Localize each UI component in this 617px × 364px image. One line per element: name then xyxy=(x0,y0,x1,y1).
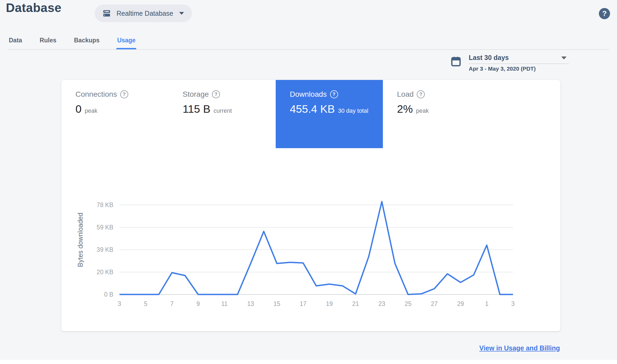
chevron-down-icon xyxy=(561,56,567,59)
help-circle-icon[interactable]: ? xyxy=(212,90,220,98)
chevron-down-icon xyxy=(179,12,184,15)
tab-backups[interactable]: Backups xyxy=(74,37,100,44)
x-axis-tick-label: 21 xyxy=(352,300,359,307)
metric-unit: 30 day total xyxy=(338,107,368,114)
metric-storage[interactable]: Storage ? 115 B current xyxy=(169,80,276,148)
y-axis-tick-label: 59 KB xyxy=(97,224,113,231)
metric-value: 0 xyxy=(75,103,82,115)
date-picker-underline xyxy=(469,63,569,64)
tab-rules[interactable]: Rules xyxy=(40,37,57,44)
metric-selector-row: Connections ? 0 peak Storage ? 115 B cur… xyxy=(61,80,490,148)
tab-bar: Data Rules Backups Usage xyxy=(9,37,153,44)
downloads-line xyxy=(119,202,513,295)
help-icon: ? xyxy=(602,10,607,18)
help-circle-icon[interactable]: ? xyxy=(120,90,128,98)
metric-value: 455.4 KB xyxy=(290,103,335,115)
usage-chart: 0 B20 KB39 KB59 KB78 KB35791113151719212… xyxy=(75,197,523,322)
metric-label: Downloads xyxy=(290,90,327,99)
tab-divider xyxy=(8,49,609,50)
metric-unit: current xyxy=(214,107,232,114)
help-circle-icon[interactable]: ? xyxy=(417,90,425,98)
x-axis-tick-label: 29 xyxy=(457,300,464,307)
database-icon xyxy=(102,8,112,18)
x-axis-tick-label: 13 xyxy=(247,300,254,307)
database-selector[interactable]: Realtime Database xyxy=(95,5,192,22)
database-selector-label: Realtime Database xyxy=(117,10,173,17)
usage-card: Connections ? 0 peak Storage ? 115 B cur… xyxy=(61,80,560,331)
x-axis-tick-label: 9 xyxy=(197,300,200,307)
x-axis-tick-label: 1 xyxy=(485,300,488,307)
x-axis-tick-label: 25 xyxy=(405,300,412,307)
page-title: Database xyxy=(6,1,62,15)
x-axis-tick-label: 23 xyxy=(378,300,385,307)
metric-value: 115 B xyxy=(183,103,210,115)
metric-unit: peak xyxy=(416,107,429,114)
x-axis-tick-label: 27 xyxy=(431,300,438,307)
view-usage-billing-link[interactable]: View in Usage and Billing xyxy=(479,344,560,352)
x-axis-tick-label: 3 xyxy=(511,300,515,307)
y-axis-tick-label: 78 KB xyxy=(97,201,113,208)
tab-usage[interactable]: Usage xyxy=(117,37,135,44)
date-range-detail: Apr 3 - May 3, 2020 (PDT) xyxy=(469,66,536,72)
x-axis-tick-label: 3 xyxy=(118,300,121,307)
help-circle-icon[interactable]: ? xyxy=(330,90,338,98)
metric-label: Connections xyxy=(75,90,117,99)
date-range-label: Last 30 days xyxy=(469,54,509,61)
x-axis-tick-label: 11 xyxy=(221,300,228,307)
metric-label: Storage xyxy=(183,90,209,99)
help-button[interactable]: ? xyxy=(599,8,610,19)
bottom-strip xyxy=(0,360,617,364)
metric-unit: peak xyxy=(85,107,98,114)
y-axis-tick-label: 39 KB xyxy=(97,246,113,253)
y-axis-title: Bytes downloaded xyxy=(77,213,84,267)
x-axis-tick-label: 15 xyxy=(274,300,281,307)
metric-value: 2% xyxy=(397,103,413,115)
y-axis-tick-label: 20 KB xyxy=(97,269,113,276)
x-axis-tick-label: 19 xyxy=(326,300,333,307)
metric-label: Load xyxy=(397,90,414,99)
metric-connections[interactable]: Connections ? 0 peak xyxy=(61,80,169,148)
y-axis-tick-label: 0 B xyxy=(104,291,113,298)
calendar-icon xyxy=(450,55,462,68)
x-axis-tick-label: 7 xyxy=(170,300,174,307)
x-axis-tick-label: 17 xyxy=(300,300,307,307)
tab-data[interactable]: Data xyxy=(9,37,22,44)
x-axis-tick-label: 5 xyxy=(144,300,147,307)
metric-downloads[interactable]: Downloads ? 455.4 KB 30 day total xyxy=(276,80,383,148)
metric-load[interactable]: Load ? 2% peak xyxy=(383,80,490,148)
